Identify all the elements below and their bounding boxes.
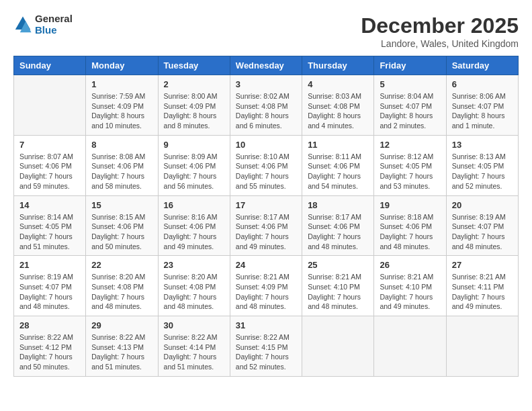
day-number: 22 bbox=[91, 260, 152, 270]
week-row-3: 14Sunrise: 8:14 AM Sunset: 4:05 PM Dayli… bbox=[14, 195, 519, 256]
weekday-header-monday: Monday bbox=[86, 56, 158, 75]
weekday-header-row: SundayMondayTuesdayWednesdayThursdayFrid… bbox=[14, 56, 519, 75]
day-cell: 28Sunrise: 8:22 AM Sunset: 4:12 PM Dayli… bbox=[14, 316, 86, 377]
logo-icon bbox=[13, 15, 32, 34]
day-number: 8 bbox=[91, 140, 152, 150]
day-info: Sunrise: 8:21 AM Sunset: 4:11 PM Dayligh… bbox=[452, 272, 513, 312]
day-cell: 7Sunrise: 8:07 AM Sunset: 4:06 PM Daylig… bbox=[14, 135, 86, 195]
week-row-2: 7Sunrise: 8:07 AM Sunset: 4:06 PM Daylig… bbox=[14, 135, 519, 195]
day-number: 15 bbox=[91, 200, 152, 210]
logo-text: General Blue bbox=[35, 13, 73, 36]
day-info: Sunrise: 8:21 AM Sunset: 4:10 PM Dayligh… bbox=[308, 272, 368, 312]
day-info: Sunrise: 8:04 AM Sunset: 4:07 PM Dayligh… bbox=[380, 91, 440, 131]
day-info: Sunrise: 8:17 AM Sunset: 4:06 PM Dayligh… bbox=[236, 212, 296, 252]
day-number: 17 bbox=[236, 200, 296, 210]
week-row-4: 21Sunrise: 8:19 AM Sunset: 4:07 PM Dayli… bbox=[14, 256, 519, 316]
day-cell: 21Sunrise: 8:19 AM Sunset: 4:07 PM Dayli… bbox=[14, 256, 86, 316]
logo-general-text: General bbox=[35, 13, 73, 25]
day-number: 25 bbox=[308, 260, 368, 270]
day-number: 11 bbox=[308, 140, 368, 150]
day-cell: 15Sunrise: 8:15 AM Sunset: 4:06 PM Dayli… bbox=[86, 195, 158, 256]
logo: General Blue bbox=[13, 13, 73, 36]
day-cell: 16Sunrise: 8:16 AM Sunset: 4:06 PM Dayli… bbox=[158, 195, 230, 256]
day-number: 28 bbox=[19, 320, 80, 330]
day-cell: 30Sunrise: 8:22 AM Sunset: 4:14 PM Dayli… bbox=[158, 316, 230, 377]
day-cell: 18Sunrise: 8:17 AM Sunset: 4:06 PM Dayli… bbox=[302, 195, 374, 256]
day-cell: 20Sunrise: 8:19 AM Sunset: 4:07 PM Dayli… bbox=[446, 195, 518, 256]
weekday-header-thursday: Thursday bbox=[302, 56, 374, 75]
day-info: Sunrise: 8:21 AM Sunset: 4:10 PM Dayligh… bbox=[380, 272, 440, 312]
day-number: 14 bbox=[19, 200, 80, 210]
day-number: 7 bbox=[19, 140, 80, 150]
day-cell: 25Sunrise: 8:21 AM Sunset: 4:10 PM Dayli… bbox=[302, 256, 374, 316]
day-cell: 27Sunrise: 8:21 AM Sunset: 4:11 PM Dayli… bbox=[446, 256, 518, 316]
day-cell: 1Sunrise: 7:59 AM Sunset: 4:09 PM Daylig… bbox=[86, 75, 158, 136]
day-number: 9 bbox=[164, 140, 224, 150]
day-cell: 8Sunrise: 8:08 AM Sunset: 4:06 PM Daylig… bbox=[86, 135, 158, 195]
day-cell: 24Sunrise: 8:21 AM Sunset: 4:09 PM Dayli… bbox=[230, 256, 302, 316]
day-cell: 29Sunrise: 8:22 AM Sunset: 4:13 PM Dayli… bbox=[86, 316, 158, 377]
weekday-header-tuesday: Tuesday bbox=[158, 56, 230, 75]
weekday-header-wednesday: Wednesday bbox=[230, 56, 302, 75]
day-cell: 6Sunrise: 8:06 AM Sunset: 4:07 PM Daylig… bbox=[446, 75, 518, 136]
day-number: 20 bbox=[452, 200, 513, 210]
day-info: Sunrise: 8:11 AM Sunset: 4:06 PM Dayligh… bbox=[308, 152, 368, 191]
day-info: Sunrise: 8:20 AM Sunset: 4:08 PM Dayligh… bbox=[164, 272, 224, 312]
day-cell: 2Sunrise: 8:00 AM Sunset: 4:09 PM Daylig… bbox=[158, 75, 230, 136]
day-cell bbox=[14, 75, 86, 136]
logo-blue-text: Blue bbox=[35, 25, 73, 36]
day-cell: 4Sunrise: 8:03 AM Sunset: 4:08 PM Daylig… bbox=[302, 75, 374, 136]
day-info: Sunrise: 8:22 AM Sunset: 4:15 PM Dayligh… bbox=[236, 332, 296, 372]
day-info: Sunrise: 8:17 AM Sunset: 4:06 PM Dayligh… bbox=[308, 212, 368, 252]
location-text: Landore, Wales, United Kingdom bbox=[361, 38, 519, 49]
day-info: Sunrise: 8:21 AM Sunset: 4:09 PM Dayligh… bbox=[236, 272, 296, 312]
title-block: December 2025 Landore, Wales, United Kin… bbox=[361, 13, 519, 49]
day-number: 13 bbox=[452, 140, 513, 150]
week-row-5: 28Sunrise: 8:22 AM Sunset: 4:12 PM Dayli… bbox=[14, 316, 519, 377]
day-info: Sunrise: 8:22 AM Sunset: 4:13 PM Dayligh… bbox=[91, 332, 152, 372]
day-info: Sunrise: 8:22 AM Sunset: 4:12 PM Dayligh… bbox=[19, 332, 80, 372]
day-cell: 5Sunrise: 8:04 AM Sunset: 4:07 PM Daylig… bbox=[374, 75, 446, 136]
day-number: 18 bbox=[308, 200, 368, 210]
day-number: 5 bbox=[380, 79, 440, 89]
day-info: Sunrise: 8:02 AM Sunset: 4:08 PM Dayligh… bbox=[236, 91, 296, 131]
weekday-header-friday: Friday bbox=[374, 56, 446, 75]
weekday-header-sunday: Sunday bbox=[14, 56, 86, 75]
day-cell: 9Sunrise: 8:09 AM Sunset: 4:06 PM Daylig… bbox=[158, 135, 230, 195]
day-cell bbox=[446, 316, 518, 377]
day-number: 24 bbox=[236, 260, 296, 270]
day-info: Sunrise: 8:20 AM Sunset: 4:08 PM Dayligh… bbox=[91, 272, 152, 312]
day-number: 2 bbox=[164, 79, 224, 89]
day-cell: 19Sunrise: 8:18 AM Sunset: 4:06 PM Dayli… bbox=[374, 195, 446, 256]
day-cell: 12Sunrise: 8:12 AM Sunset: 4:05 PM Dayli… bbox=[374, 135, 446, 195]
day-number: 16 bbox=[164, 200, 224, 210]
day-info: Sunrise: 8:13 AM Sunset: 4:05 PM Dayligh… bbox=[452, 152, 513, 191]
day-info: Sunrise: 8:18 AM Sunset: 4:06 PM Dayligh… bbox=[380, 212, 440, 252]
day-info: Sunrise: 8:10 AM Sunset: 4:06 PM Dayligh… bbox=[236, 152, 296, 191]
day-cell bbox=[302, 316, 374, 377]
day-number: 10 bbox=[236, 140, 296, 150]
day-cell: 13Sunrise: 8:13 AM Sunset: 4:05 PM Dayli… bbox=[446, 135, 518, 195]
day-number: 19 bbox=[380, 200, 440, 210]
day-info: Sunrise: 8:03 AM Sunset: 4:08 PM Dayligh… bbox=[308, 91, 368, 131]
day-number: 1 bbox=[91, 79, 152, 89]
day-info: Sunrise: 8:07 AM Sunset: 4:06 PM Dayligh… bbox=[19, 152, 80, 191]
day-cell: 10Sunrise: 8:10 AM Sunset: 4:06 PM Dayli… bbox=[230, 135, 302, 195]
day-info: Sunrise: 8:15 AM Sunset: 4:06 PM Dayligh… bbox=[91, 212, 152, 252]
day-info: Sunrise: 8:12 AM Sunset: 4:05 PM Dayligh… bbox=[380, 152, 440, 191]
month-title: December 2025 bbox=[361, 13, 519, 38]
day-number: 29 bbox=[91, 320, 152, 330]
day-info: Sunrise: 8:19 AM Sunset: 4:07 PM Dayligh… bbox=[452, 212, 513, 252]
day-number: 12 bbox=[380, 140, 440, 150]
day-number: 4 bbox=[308, 79, 368, 89]
day-cell bbox=[374, 316, 446, 377]
day-info: Sunrise: 7:59 AM Sunset: 4:09 PM Dayligh… bbox=[91, 91, 152, 131]
day-number: 6 bbox=[452, 79, 513, 89]
day-cell: 26Sunrise: 8:21 AM Sunset: 4:10 PM Dayli… bbox=[374, 256, 446, 316]
page-header: General Blue December 2025 Landore, Wale… bbox=[13, 13, 519, 49]
day-cell: 17Sunrise: 8:17 AM Sunset: 4:06 PM Dayli… bbox=[230, 195, 302, 256]
day-info: Sunrise: 8:00 AM Sunset: 4:09 PM Dayligh… bbox=[164, 91, 224, 131]
day-info: Sunrise: 8:22 AM Sunset: 4:14 PM Dayligh… bbox=[164, 332, 224, 372]
day-info: Sunrise: 8:19 AM Sunset: 4:07 PM Dayligh… bbox=[19, 272, 80, 312]
day-number: 31 bbox=[236, 320, 296, 330]
